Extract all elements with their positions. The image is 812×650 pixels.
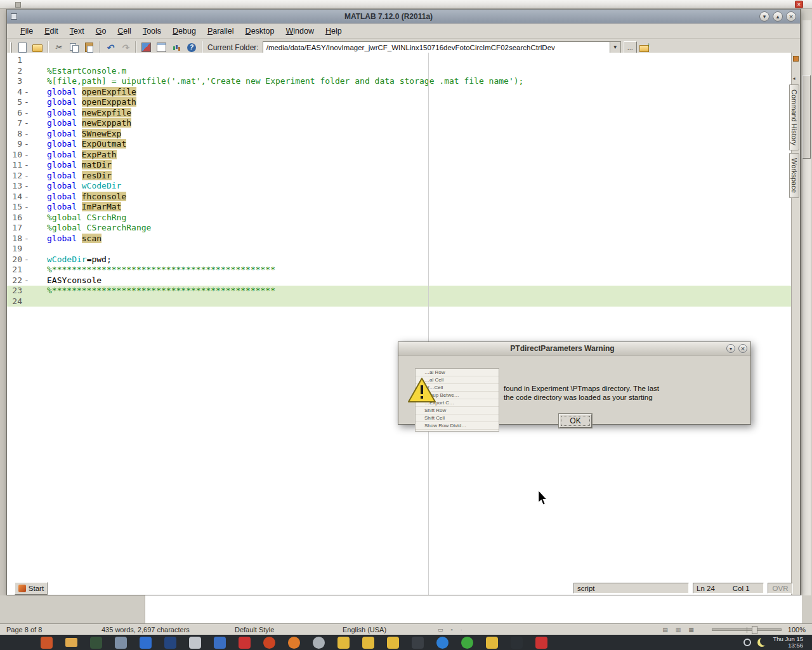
- taskbar-app-icon-6[interactable]: [164, 637, 176, 649]
- line-number[interactable]: 18: [7, 234, 22, 244]
- line-number[interactable]: 9: [7, 139, 22, 150]
- line-number[interactable]: 24: [7, 296, 22, 307]
- line-number[interactable]: 1: [7, 55, 22, 66]
- shade-button[interactable]: [759, 11, 769, 22]
- dialog-close-button[interactable]: [738, 344, 747, 353]
- taskbar-app-icon-18[interactable]: [461, 637, 473, 649]
- taskbar-app-icon-19[interactable]: [486, 637, 498, 649]
- background-window-close-icon[interactable]: [795, 1, 803, 8]
- taskbar-pdf-icon[interactable]: [239, 637, 251, 649]
- line-number[interactable]: 23: [7, 286, 22, 296]
- code-editor[interactable]: 12%EstartConsole.m3%[file,path] = uiputf…: [7, 53, 800, 595]
- start-button[interactable]: Start: [15, 582, 48, 595]
- column-indicator: Col 1: [733, 585, 750, 592]
- taskbar-folder-icon[interactable]: [65, 638, 77, 647]
- menu-help[interactable]: Help: [320, 25, 348, 37]
- close-button[interactable]: [786, 11, 796, 22]
- dialog-shade-button[interactable]: [726, 344, 735, 353]
- background-scrollbar[interactable]: [801, 9, 812, 623]
- line-number[interactable]: 16: [7, 213, 22, 223]
- menu-debug[interactable]: Debug: [167, 25, 202, 37]
- menu-parallel[interactable]: Parallel: [202, 25, 240, 37]
- line-number[interactable]: 11: [7, 160, 22, 171]
- line-number[interactable]: 12: [7, 171, 22, 182]
- profiler-icon: [170, 41, 183, 54]
- zoom-slider[interactable]: [712, 628, 782, 631]
- code-line: 24: [7, 296, 800, 307]
- language-status[interactable]: English (USA): [343, 626, 438, 633]
- taskbar-app-icon-10[interactable]: [263, 637, 275, 649]
- taskbar-browser-icon[interactable]: [288, 637, 300, 649]
- line-number[interactable]: 20: [7, 255, 22, 265]
- browse-folder-button[interactable]: ...: [624, 41, 637, 54]
- line-number[interactable]: 2: [7, 66, 22, 77]
- single-page-view-icon[interactable]: ▤: [662, 627, 668, 633]
- side-tab-command-history[interactable]: Command History: [789, 84, 799, 150]
- taskbar-app-icon-12[interactable]: [313, 637, 325, 649]
- line-number[interactable]: 5: [7, 97, 22, 108]
- taskbar-writer-icon[interactable]: [214, 637, 226, 649]
- taskbar-app-icon-16[interactable]: [412, 637, 424, 649]
- current-folder-combo[interactable]: /media/data/EASY/InovImager_jwrCF_WINLin…: [263, 41, 621, 54]
- dock-icon[interactable]: ◂: [790, 74, 799, 83]
- zoom-slider-thumb[interactable]: [752, 626, 757, 634]
- file-type-status: script: [573, 583, 689, 594]
- menu-tools[interactable]: Tools: [137, 25, 167, 37]
- taskbar-app-icon-14[interactable]: [362, 637, 374, 649]
- up-folder-icon: [638, 41, 651, 54]
- taskbar-app-icon-3[interactable]: [90, 637, 102, 649]
- menu-file[interactable]: File: [15, 25, 39, 37]
- taskbar-app-icon-15[interactable]: [387, 637, 399, 649]
- clock[interactable]: Thu Jun 15 13:56: [773, 636, 803, 649]
- menu-edit[interactable]: Edit: [39, 25, 64, 37]
- line-number[interactable]: 8: [7, 129, 22, 140]
- line-number[interactable]: 21: [7, 265, 22, 275]
- code-line: 13-global wCodeDir: [7, 181, 800, 192]
- line-number[interactable]: 19: [7, 244, 22, 255]
- taskbar-app-icon-5[interactable]: [140, 637, 152, 649]
- multi-page-view-icon[interactable]: ▥: [676, 627, 681, 633]
- line-number[interactable]: 4: [7, 87, 22, 98]
- code-line: 8-global SWnewExp: [7, 129, 800, 140]
- paragraph-style-status[interactable]: Default Style: [235, 626, 343, 633]
- selection-mode-icon[interactable]: ▫: [451, 627, 453, 633]
- line-number[interactable]: 14: [7, 192, 22, 202]
- line-number[interactable]: 15: [7, 202, 22, 213]
- tray-ring-icon[interactable]: [743, 639, 751, 646]
- word-count-status[interactable]: 435 words, 2,697 characters: [102, 626, 235, 633]
- line-number[interactable]: 7: [7, 118, 22, 129]
- line-number[interactable]: 22: [7, 275, 22, 286]
- taskbar-document-icon[interactable]: [189, 637, 201, 649]
- taskbar-globe-icon[interactable]: [436, 637, 449, 649]
- menu-desktop[interactable]: Desktop: [240, 25, 280, 37]
- zoom-level[interactable]: 100%: [788, 626, 806, 633]
- menu-go[interactable]: Go: [90, 25, 112, 37]
- toolbar-drag-handle[interactable]: [10, 42, 12, 53]
- menu-cell[interactable]: Cell: [112, 25, 137, 37]
- matlab-titlebar[interactable]: MATLAB 7.12.0 (R2011a): [7, 10, 800, 23]
- background-scrollbar-thumb[interactable]: [802, 75, 811, 159]
- maximize-button[interactable]: [773, 11, 783, 22]
- ok-button[interactable]: OK: [559, 414, 592, 428]
- insert-mode-icon[interactable]: ▭: [438, 627, 443, 633]
- line-number[interactable]: 13: [7, 181, 22, 192]
- line-number[interactable]: 10: [7, 150, 22, 161]
- menu-text[interactable]: Text: [64, 25, 90, 37]
- night-mode-icon[interactable]: [757, 638, 766, 647]
- line-number[interactable]: 6: [7, 108, 22, 119]
- taskbar-app-icon-13[interactable]: [337, 637, 350, 649]
- line-number[interactable]: 3: [7, 76, 22, 87]
- current-line-marker[interactable]: [793, 56, 799, 62]
- book-view-icon[interactable]: ▦: [688, 627, 694, 633]
- taskbar-app-icon-1[interactable]: [41, 637, 53, 649]
- side-tab-workspace[interactable]: Workspace: [789, 153, 799, 198]
- taskbar-app-icon-4[interactable]: [115, 637, 127, 649]
- dialog-titlebar[interactable]: PTdirectParameters Warning: [398, 342, 750, 355]
- taskbar-matlab-icon[interactable]: [535, 637, 547, 649]
- menu-window[interactable]: Window: [280, 25, 319, 37]
- chevron-down-icon[interactable]: [610, 42, 620, 53]
- line-number[interactable]: 17: [7, 223, 22, 234]
- current-folder-path[interactable]: /media/data/EASY/InovImager_jwrCF_WINLin…: [266, 44, 610, 51]
- taskbar-app-icon-20[interactable]: [511, 637, 523, 649]
- code-line: 3%[file,path] = uiputfile('.mat','Create…: [7, 76, 800, 87]
